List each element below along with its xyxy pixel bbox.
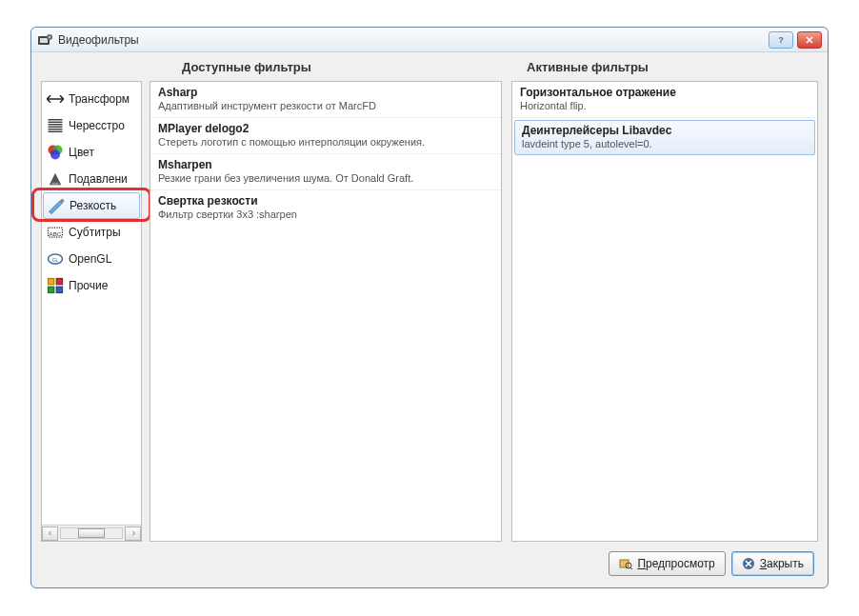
content-area: Доступные фильтры Активные фильтры Транс… (41, 60, 818, 542)
filter-item[interactable]: MPlayer delogo2 Стереть логотип с помощь… (150, 118, 501, 154)
filter-name: MPlayer delogo2 (158, 122, 493, 135)
active-filter-item[interactable]: Деинтерлейсеры Libavdec lavdeint type 5,… (514, 120, 815, 155)
sidebar-item-misc[interactable]: Прочие (42, 272, 141, 299)
opengl-icon: GL (46, 249, 65, 268)
filter-name: Msharpen (158, 158, 493, 171)
active-filter-item[interactable]: Горизонтальное отражение Horizontal flip… (512, 82, 817, 118)
interlace-icon (46, 116, 65, 135)
svg-point-13 (50, 150, 60, 160)
sidebar-item-label: Резкость (70, 199, 116, 212)
active-filters-panel: Горизонтальное отражение Horizontal flip… (511, 81, 818, 542)
svg-rect-14 (51, 183, 59, 186)
button-label: Закрыть (760, 557, 804, 570)
svg-rect-22 (56, 287, 62, 292)
svg-rect-21 (49, 287, 54, 292)
svg-text:?: ? (778, 35, 784, 45)
filter-desc: Фильтр свертки 3x3 :sharpen (158, 209, 493, 220)
filter-desc: lavdeint type 5, autolevel=0. (522, 138, 808, 149)
svg-point-3 (49, 35, 50, 37)
scroll-track[interactable] (60, 527, 123, 539)
transform-icon (46, 89, 65, 109)
category-list: Трансформ Чересстро Цвет Подавлени Резко… (42, 82, 141, 299)
filter-name: Горизонтальное отражение (520, 86, 809, 99)
window-title: Видеофильтры (58, 33, 139, 47)
sidebar-item-label: Подавлени (69, 172, 128, 186)
sidebar-item-sharpness[interactable]: Резкость (43, 192, 140, 219)
sidebar-item-colors[interactable]: Цвет (42, 139, 141, 166)
subtitles-icon: ABC (46, 223, 65, 242)
window-close-button[interactable] (797, 31, 822, 49)
filter-desc: Адаптивный инструмент резкости от MarcFD (158, 100, 493, 111)
dialog-window: Видеофильтры ? Доступные фильтры Активны… (30, 27, 829, 588)
filter-item[interactable]: Msharpen Резкие грани без увеличения шум… (150, 154, 501, 190)
sidebar-item-label: Трансформ (69, 92, 130, 106)
category-sidebar: Трансформ Чересстро Цвет Подавлени Резко… (41, 81, 142, 542)
scroll-thumb[interactable] (78, 528, 105, 538)
sidebar-item-subtitles[interactable]: ABC Субтитры (42, 219, 141, 246)
sidebar-item-label: Субтитры (69, 226, 121, 239)
svg-rect-20 (56, 279, 62, 285)
available-filters-panel: Asharp Адаптивный инструмент резкости от… (150, 81, 502, 542)
sidebar-item-opengl[interactable]: GL OpenGL (42, 246, 141, 272)
filter-item[interactable]: Asharp Адаптивный инструмент резкости от… (150, 82, 501, 118)
noise-icon (46, 169, 65, 189)
svg-text:GL: GL (52, 257, 59, 263)
button-bar: Предпросмотр Закрыть (609, 551, 814, 576)
active-header: Активные фильтры (527, 60, 649, 74)
filter-desc: Стереть логотип с помощью интерполяции о… (158, 136, 493, 148)
preview-icon (619, 557, 632, 570)
misc-icon (46, 276, 65, 295)
colors-icon (46, 143, 65, 162)
sidebar-item-label: Чересстро (69, 119, 125, 132)
sharpness-icon (47, 196, 66, 215)
svg-rect-19 (49, 279, 54, 285)
available-header: Доступные фильтры (182, 60, 311, 74)
svg-line-25 (630, 567, 632, 569)
scroll-right-button[interactable] (125, 527, 141, 541)
sidebar-item-noise[interactable]: Подавлени (42, 166, 141, 192)
sidebar-item-interlace[interactable]: Чересстро (42, 112, 141, 139)
sidebar-scrollbar[interactable] (42, 525, 141, 541)
filter-name: Деинтерлейсеры Libavdec (522, 124, 808, 137)
app-icon (37, 32, 52, 48)
sidebar-item-transform[interactable]: Трансформ (42, 86, 141, 112)
sidebar-item-label: OpenGL (69, 252, 111, 266)
filter-name: Asharp (158, 86, 493, 99)
svg-rect-23 (620, 560, 629, 567)
close-button[interactable]: Закрыть (731, 551, 814, 576)
sidebar-item-label: Прочие (69, 279, 108, 292)
button-label: Предпросмотр (637, 557, 714, 570)
titlebar: Видеофильтры ? (31, 28, 828, 52)
filter-name: Свертка резкости (158, 194, 493, 208)
preview-button[interactable]: Предпросмотр (609, 551, 725, 576)
scroll-left-button[interactable] (42, 527, 58, 541)
sidebar-item-label: Цвет (69, 146, 94, 159)
help-button[interactable]: ? (769, 31, 793, 49)
filter-desc: Horizontal flip. (520, 100, 809, 111)
svg-text:ABC: ABC (50, 230, 62, 237)
filter-item[interactable]: Свертка резкости Фильтр свертки 3x3 :sha… (150, 190, 501, 226)
svg-rect-1 (40, 38, 48, 43)
filter-desc: Резкие грани без увеличения шума. От Don… (158, 172, 493, 184)
close-icon (742, 557, 755, 570)
